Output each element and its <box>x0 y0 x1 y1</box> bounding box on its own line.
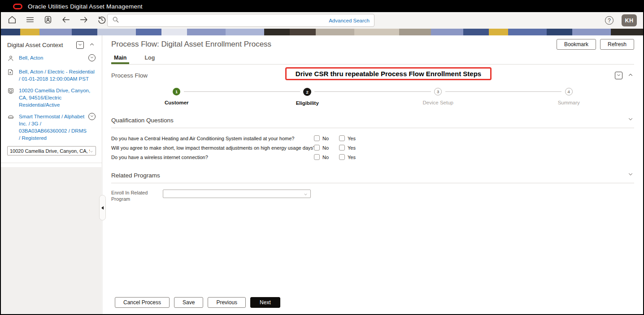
no-label: No <box>322 155 329 160</box>
context-item-device: Smart Thermostat / Alphabet Inc. / 3G / … <box>7 113 96 142</box>
footer-actions: Cancel Process Save Previous Next <box>115 297 280 308</box>
zone-collapse-button[interactable] <box>627 72 634 79</box>
step-device-setup[interactable]: 3 Device Setup <box>373 88 504 106</box>
related-programs-collapse-button[interactable] <box>627 172 634 179</box>
circled-chevron-down-icon <box>89 54 95 62</box>
no-checkbox[interactable] <box>314 154 320 160</box>
context-collapse-button[interactable] <box>88 42 96 49</box>
context-person-link[interactable]: Bell, Acton <box>19 54 87 64</box>
document-icon <box>7 68 15 82</box>
device-expand-button[interactable] <box>88 113 96 120</box>
question-text: Will you agree to make short, low impact… <box>111 145 314 151</box>
sidebar-collapse-handle[interactable] <box>99 195 106 220</box>
no-checkbox[interactable] <box>314 145 320 151</box>
no-checkbox[interactable] <box>314 135 320 141</box>
question-row: Do you have a wireless internet connecti… <box>111 152 634 162</box>
no-label: No <box>322 145 329 151</box>
process-flow-zone-header: Process Flow Drive CSR thru repeatable P… <box>111 69 634 82</box>
menu-button[interactable] <box>24 15 36 26</box>
context-service-point-link[interactable]: 10020 Camellia Drive, Canyon, CA, 94516/… <box>19 87 96 108</box>
main-toolbar: Advanced Search ? KH <box>1 12 643 29</box>
step-circle[interactable]: 2 <box>303 88 311 96</box>
zone-menu-button[interactable] <box>615 72 622 79</box>
yes-checkbox[interactable] <box>339 135 345 141</box>
annotation-callout: Drive CSR thru repeatable Process Flow E… <box>285 67 492 80</box>
cancel-process-button[interactable]: Cancel Process <box>115 297 170 308</box>
search-input[interactable] <box>123 17 329 24</box>
tab-main[interactable]: Main <box>111 53 129 64</box>
help-button[interactable]: ? <box>605 16 614 25</box>
user-avatar[interactable]: KH <box>622 14 637 26</box>
advanced-search-link[interactable]: Advanced Search <box>329 18 370 23</box>
collapse-left-icon <box>101 206 104 210</box>
bookmark-button[interactable]: Bookmark <box>557 39 596 50</box>
chevron-up-icon <box>89 41 95 49</box>
step-label: Customer <box>165 100 189 105</box>
hamburger-menu-icon <box>25 15 35 26</box>
previous-button[interactable]: Previous <box>208 297 246 308</box>
person-expand-button[interactable] <box>88 54 96 61</box>
no-label: No <box>322 136 329 141</box>
context-item-service-point: 10020 Camellia Drive, Canyon, CA, 94516/… <box>7 87 96 108</box>
yes-label: Yes <box>348 136 356 141</box>
step-customer[interactable]: 1 Customer <box>111 88 242 106</box>
related-programs-title: Related Programs <box>111 172 627 179</box>
address-select[interactable]: 10020 Camellia Drive, Canyon, CA, 94516 <box>7 146 96 155</box>
question-text: Do you have a wireless internet connecti… <box>111 155 314 160</box>
question-1-no-option[interactable]: No <box>314 135 339 141</box>
step-summary[interactable]: 4 Summary <box>504 88 635 106</box>
step-label: Summary <box>558 100 580 105</box>
related-programs-section-header: Related Programs <box>111 172 634 183</box>
arrow-right-icon <box>79 15 89 26</box>
qualification-collapse-button[interactable] <box>627 117 634 124</box>
context-device-link[interactable]: Smart Thermostat / Alphabet Inc. / 3G / … <box>19 113 87 142</box>
process-flow-stepper: 1 Customer 2 Eligibility 3 Device Setup … <box>111 88 634 106</box>
select-caret-icon <box>90 147 93 155</box>
digital-asset-context-title: Digital Asset Context <box>7 42 76 48</box>
step-circle[interactable]: 1 <box>173 88 180 95</box>
question-row: Do you have a Central Heating and Air Co… <box>111 134 634 143</box>
home-button[interactable] <box>6 15 18 26</box>
sidebar-empty-area <box>1 167 101 314</box>
qualification-title: Qualification Questions <box>111 117 627 124</box>
back-button[interactable] <box>60 15 72 26</box>
window-title: Oracle Utilities Digital Asset Managemen… <box>28 3 143 10</box>
yes-checkbox[interactable] <box>339 154 345 160</box>
step-circle[interactable]: 3 <box>434 88 442 95</box>
page-header: Process Flow: Digital Asset Enrollment P… <box>111 39 634 50</box>
boxed-chevron-down-icon <box>616 72 622 80</box>
save-button[interactable]: Save <box>174 297 203 308</box>
question-1-yes-option[interactable]: Yes <box>339 135 364 141</box>
context-account-link[interactable]: Bell, Acton / Electric - Residential / 0… <box>19 68 96 82</box>
qualification-questions-list: Do you have a Central Heating and Air Co… <box>111 134 634 162</box>
yes-label: Yes <box>348 145 356 151</box>
yes-label: Yes <box>348 155 356 160</box>
global-search: Advanced Search <box>107 14 374 27</box>
meter-icon <box>7 87 15 108</box>
forward-button[interactable] <box>78 15 90 26</box>
user-context-button[interactable] <box>42 15 54 26</box>
tab-log[interactable]: Log <box>142 53 157 64</box>
history-button[interactable] <box>96 15 108 26</box>
step-eligibility[interactable]: 2 Eligibility <box>242 88 373 106</box>
history-icon <box>97 15 107 26</box>
step-circle[interactable]: 4 <box>565 88 573 95</box>
application-window: Oracle Utilities Digital Asset Managemen… <box>0 0 644 315</box>
enroll-related-program-label: Enroll In Related Program <box>111 190 163 202</box>
refresh-button[interactable]: Refresh <box>600 39 634 50</box>
tab-bar: Main Log <box>111 53 634 65</box>
title-bar: Oracle Utilities Digital Asset Managemen… <box>1 1 643 12</box>
next-button[interactable]: Next <box>250 297 280 308</box>
user-badge-icon <box>43 15 53 26</box>
question-2-no-option[interactable]: No <box>314 145 339 151</box>
yes-checkbox[interactable] <box>339 145 345 151</box>
context-sidebar: Digital Asset Context Bell, Acton <box>1 35 102 314</box>
sidebar-divider <box>1 163 102 163</box>
question-2-yes-option[interactable]: Yes <box>339 145 364 151</box>
oracle-logo-icon <box>13 4 22 9</box>
question-3-yes-option[interactable]: Yes <box>339 154 364 160</box>
chevron-up-icon <box>627 72 634 80</box>
question-3-no-option[interactable]: No <box>314 154 339 160</box>
enroll-related-program-select[interactable] <box>163 190 311 198</box>
context-menu-button[interactable] <box>76 41 84 49</box>
